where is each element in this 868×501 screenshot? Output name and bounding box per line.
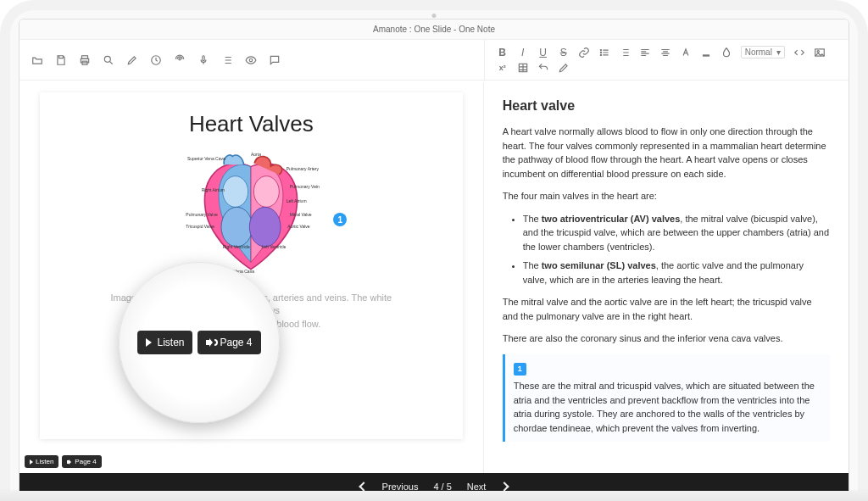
- svg-rect-11: [703, 54, 709, 56]
- format-select[interactable]: Normal ▾: [741, 46, 786, 58]
- save-icon[interactable]: [55, 54, 67, 66]
- clock-icon[interactable]: [150, 54, 162, 66]
- page-audio-button[interactable]: Page 4: [198, 331, 260, 354]
- svg-point-15: [223, 176, 248, 208]
- eye-icon[interactable]: [245, 54, 257, 66]
- note-reference-text: These are the mitral and tricuspid valve…: [514, 379, 821, 435]
- numbered-list-icon[interactable]: [619, 47, 631, 58]
- svg-text:Left Atrium: Left Atrium: [287, 198, 307, 203]
- notes-paragraph: The four main valves in the heart are:: [503, 189, 830, 203]
- page-audio-button-small[interactable]: Page 4: [62, 455, 101, 468]
- list-item: The two semilunar (SL) valves, the aorti…: [523, 259, 830, 287]
- comment-icon[interactable]: [269, 54, 281, 66]
- undo-icon[interactable]: [537, 62, 549, 74]
- strikethrough-icon[interactable]: S: [558, 47, 570, 58]
- align-left-icon[interactable]: [639, 47, 651, 58]
- table-icon[interactable]: [517, 62, 529, 74]
- print-icon[interactable]: [79, 54, 91, 66]
- slide-reference-badge[interactable]: 1: [333, 213, 347, 226]
- highlight-icon[interactable]: [700, 47, 712, 58]
- window-titlebar: Amanote : One Slide - One Note: [19, 19, 849, 40]
- svg-point-18: [250, 207, 281, 247]
- notes-paragraph: A heart valve normally allows blood to f…: [503, 125, 830, 181]
- underline-icon[interactable]: U: [537, 47, 549, 58]
- sound-icon: [67, 459, 72, 465]
- slide-title: Heart Valves: [189, 111, 314, 137]
- align-center-icon[interactable]: [659, 47, 671, 58]
- svg-point-5: [179, 58, 181, 59]
- heart-diagram: Superior Vena Cava Aorta Pulmonary Arter…: [179, 149, 323, 276]
- play-icon: [30, 459, 33, 465]
- listen-button[interactable]: Listen: [137, 331, 192, 354]
- slide-toolbar: [19, 40, 484, 80]
- svg-point-13: [818, 50, 820, 52]
- svg-text:Superior Vena Cava: Superior Vena Cava: [187, 156, 225, 161]
- svg-text:Pulmonary Artery: Pulmonary Artery: [287, 166, 320, 171]
- svg-text:Left Ventricle: Left Ventricle: [262, 244, 287, 249]
- link-icon[interactable]: [578, 47, 590, 58]
- svg-text:Pulmonary Vein: Pulmonary Vein: [290, 184, 320, 189]
- svg-text:Aorta: Aorta: [251, 152, 261, 157]
- audio-controls-small: Listen Page 4: [25, 455, 102, 468]
- image-icon[interactable]: [814, 47, 826, 58]
- zoom-lens: Listen Page 4: [119, 262, 280, 423]
- notes-paragraph: There are also the coronary sinus and th…: [503, 331, 830, 346]
- svg-text:Pulmonary Valve: Pulmonary Valve: [186, 212, 219, 217]
- note-reference-number: 1: [514, 363, 526, 376]
- list-item: The two atrioventricular (AV) valves, th…: [523, 212, 830, 254]
- italic-icon[interactable]: I: [517, 47, 529, 58]
- notes-heading: Heart valve: [503, 96, 830, 116]
- microphone-icon[interactable]: [198, 54, 209, 66]
- slide-pane: Heart Valves: [19, 82, 484, 473]
- toolbars: B I U S Normal ▾ x²: [19, 40, 849, 81]
- svg-text:Right Atrium: Right Atrium: [202, 187, 225, 192]
- app-title: Amanote : One Slide - One Note: [373, 25, 495, 34]
- svg-rect-6: [203, 55, 204, 60]
- bullet-list-icon[interactable]: [598, 47, 610, 58]
- bold-icon[interactable]: B: [497, 47, 509, 58]
- app-window: Amanote : One Slide - One Note B I U: [19, 19, 849, 501]
- content-area: Heart Valves: [19, 82, 849, 473]
- notes-list: The two atrioventricular (AV) valves, th…: [523, 212, 830, 287]
- svg-point-7: [249, 58, 253, 62]
- editor-toolbar: B I U S Normal ▾ x²: [484, 40, 849, 80]
- play-icon: [146, 338, 152, 347]
- note-reference-box: 1 These are the mitral and tricuspid val…: [503, 354, 830, 443]
- code-icon[interactable]: [793, 47, 805, 58]
- notes-paragraph: The mitral valve and the aortic valve ar…: [503, 295, 830, 323]
- text-color-icon[interactable]: [680, 47, 692, 58]
- svg-point-10: [600, 54, 601, 55]
- fill-icon[interactable]: [721, 47, 732, 58]
- svg-text:Tricuspid Valve: Tricuspid Valve: [186, 224, 215, 229]
- search-icon[interactable]: [103, 54, 114, 66]
- svg-text:Aortic Valve: Aortic Valve: [288, 224, 311, 229]
- heart-diagram-wrap: Superior Vena Cava Aorta Pulmonary Arter…: [179, 149, 323, 276]
- podcast-icon[interactable]: [174, 54, 186, 66]
- listen-button-small[interactable]: Listen: [25, 455, 58, 468]
- svg-text:Mitral Valve: Mitral Valve: [290, 212, 312, 217]
- svg-point-16: [254, 176, 280, 208]
- svg-text:Right Ventricle: Right Ventricle: [223, 244, 250, 249]
- clear-format-icon[interactable]: [558, 62, 570, 74]
- edit-icon[interactable]: [126, 54, 138, 66]
- svg-point-17: [221, 207, 253, 247]
- formula-icon[interactable]: x²: [497, 62, 509, 74]
- svg-point-8: [600, 49, 601, 50]
- camera-dot: [432, 14, 437, 18]
- laptop-base: [0, 491, 868, 501]
- notes-pane[interactable]: Heart valve A heart valve normally allow…: [484, 82, 849, 473]
- svg-point-9: [600, 52, 601, 53]
- open-folder-icon[interactable]: [31, 54, 43, 66]
- svg-point-3: [104, 56, 110, 62]
- sound-icon: [206, 338, 214, 347]
- list-icon[interactable]: [221, 54, 233, 66]
- laptop-frame: Amanote : One Slide - One Note B I U: [0, 0, 868, 501]
